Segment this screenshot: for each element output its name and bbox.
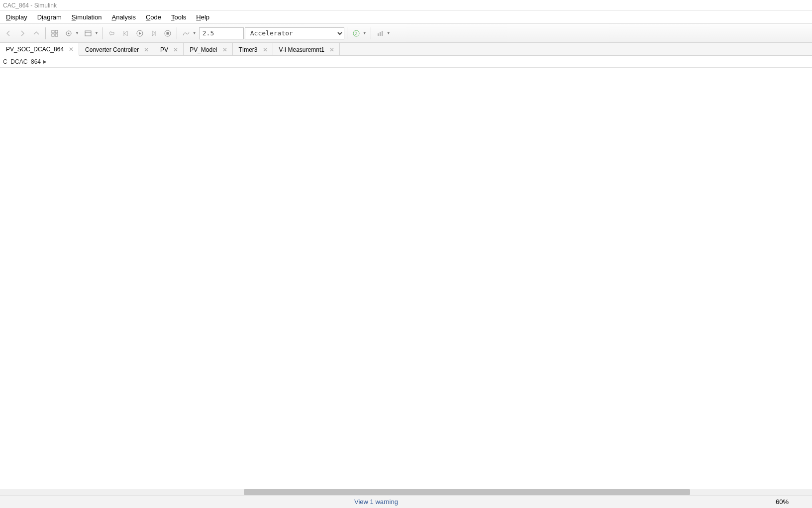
scopes-button[interactable]: [374, 27, 387, 40]
tab-pv-model[interactable]: PV_Model✕: [184, 43, 232, 55]
model-explorer-button[interactable]: [82, 27, 95, 40]
menu-display[interactable]: Display: [1, 12, 32, 22]
nav-up-button[interactable]: [30, 27, 43, 40]
close-icon[interactable]: ✕: [144, 46, 149, 53]
menu-analysis[interactable]: Analysis: [106, 12, 140, 22]
run-button[interactable]: [133, 27, 146, 40]
dropdown-arrow-icon[interactable]: ▼: [95, 31, 99, 35]
close-icon[interactable]: ✕: [69, 46, 74, 53]
library-browser-button[interactable]: [48, 27, 61, 40]
breadcrumb-root[interactable]: C_DCAC_864: [3, 58, 41, 65]
svg-rect-1: [55, 30, 58, 33]
svg-rect-0: [52, 30, 54, 33]
tab-main[interactable]: PV_SOC_DCAC_864✕: [0, 43, 79, 56]
svg-rect-15: [380, 32, 381, 36]
dropdown-arrow-icon[interactable]: ▼: [387, 31, 391, 35]
update-diagram-button[interactable]: [105, 27, 118, 40]
dropdown-arrow-icon[interactable]: ▼: [193, 31, 197, 35]
svg-rect-14: [378, 33, 379, 36]
close-icon[interactable]: ✕: [263, 46, 268, 53]
menu-diagram[interactable]: Diagram: [32, 12, 67, 22]
close-icon[interactable]: ✕: [222, 46, 227, 53]
breadcrumb: C_DCAC_864 ▶: [0, 56, 812, 68]
menu-simulation[interactable]: Simulation: [67, 12, 107, 22]
menu-bar: Display Diagram Simulation Analysis Code…: [0, 11, 812, 24]
model-tabs: PV_SOC_DCAC_864✕ Converter Controller✕ P…: [0, 43, 812, 56]
svg-rect-6: [85, 31, 91, 36]
tab-timer3[interactable]: TImer3✕: [233, 43, 273, 55]
tab-vi-measurement[interactable]: V-I Measuremnt1✕: [273, 43, 340, 55]
chevron-right-icon: ▶: [43, 59, 47, 64]
step-forward-button[interactable]: [147, 27, 160, 40]
tab-converter-controller[interactable]: Converter Controller✕: [79, 43, 154, 55]
svg-rect-16: [382, 31, 383, 36]
simulation-mode-select[interactable]: Accelerator: [245, 27, 344, 39]
close-icon[interactable]: ✕: [173, 46, 178, 53]
svg-rect-3: [55, 34, 58, 36]
dropdown-arrow-icon[interactable]: ▼: [75, 31, 79, 35]
svg-rect-2: [52, 34, 54, 36]
menu-code[interactable]: Code: [141, 12, 166, 22]
svg-point-13: [353, 30, 359, 36]
window-title: CAC_864 - Simulink: [3, 2, 57, 9]
tool-bar: ▼ ▼ ▼ Accelerator ▼ ▼: [0, 24, 812, 43]
dropdown-arrow-icon[interactable]: ▼: [363, 31, 367, 35]
menu-help[interactable]: Help: [191, 12, 214, 22]
close-icon[interactable]: ✕: [329, 46, 334, 53]
svg-point-5: [68, 32, 70, 34]
nav-back-button[interactable]: [2, 27, 15, 40]
window-title-bar: CAC_864 - Simulink: [0, 0, 812, 11]
fast-restart-button[interactable]: [350, 27, 363, 40]
step-back-button[interactable]: [119, 27, 132, 40]
record-button[interactable]: [180, 27, 193, 40]
stop-button[interactable]: [161, 27, 174, 40]
model-config-button[interactable]: [62, 27, 75, 40]
tab-pv[interactable]: PV✕: [154, 43, 184, 55]
svg-rect-12: [166, 32, 169, 34]
nav-forward-button[interactable]: [16, 27, 29, 40]
stop-time-input[interactable]: [199, 27, 244, 39]
menu-tools[interactable]: Tools: [166, 12, 191, 22]
